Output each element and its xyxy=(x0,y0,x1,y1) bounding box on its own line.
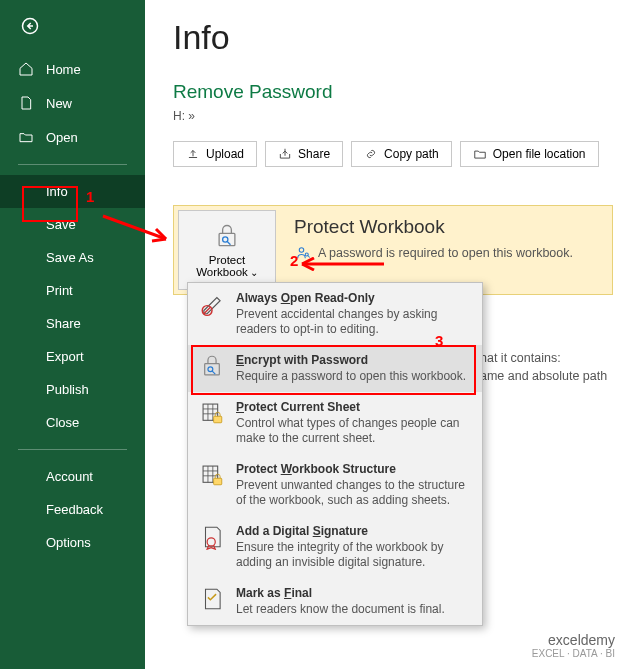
sidebar-item-options[interactable]: Options xyxy=(0,526,145,559)
sidebar-item-label: Save xyxy=(46,217,76,232)
sidebar-item-export[interactable]: Export xyxy=(0,340,145,373)
sidebar-item-new[interactable]: New xyxy=(0,86,145,120)
button-label: Share xyxy=(298,147,330,161)
sidebar-item-share[interactable]: Share xyxy=(0,307,145,340)
svg-rect-1 xyxy=(219,233,235,245)
page-title: Info xyxy=(173,18,627,57)
home-icon xyxy=(18,61,34,77)
sidebar-item-account[interactable]: Account xyxy=(0,460,145,493)
sidebar-item-label: Info xyxy=(46,184,68,199)
menu-desc: Prevent unwanted changes to the structur… xyxy=(236,478,472,508)
menu-title: Mark as Final xyxy=(236,586,445,600)
separator xyxy=(18,164,127,165)
sidebar-item-publish[interactable]: Publish xyxy=(0,373,145,406)
menu-title: Encrypt with Password xyxy=(236,353,466,367)
sidebar-item-label: New xyxy=(46,96,72,111)
sidebar-item-open[interactable]: Open xyxy=(0,120,145,154)
svg-rect-6 xyxy=(205,364,220,375)
annotation-arrow-icon xyxy=(98,211,178,251)
menu-desc: Control what types of changes people can… xyxy=(236,416,472,446)
sidebar-item-home[interactable]: Home xyxy=(0,52,145,86)
sidebar-item-print[interactable]: Print xyxy=(0,274,145,307)
sidebar-item-label: Publish xyxy=(46,382,89,397)
back-arrow-icon xyxy=(21,17,39,35)
lock-key-icon xyxy=(213,222,241,250)
open-location-button[interactable]: Open file location xyxy=(460,141,599,167)
sidebar-item-label: Open xyxy=(46,130,78,145)
button-label: Open file location xyxy=(493,147,586,161)
link-icon xyxy=(364,147,378,161)
annotation-arrow-icon xyxy=(296,257,386,271)
upload-button[interactable]: Upload xyxy=(173,141,257,167)
menu-title: Add a Digital Signature xyxy=(236,524,472,538)
final-icon xyxy=(198,586,226,614)
menu-item-protect-structure[interactable]: Protect Workbook StructurePrevent unwant… xyxy=(188,454,482,516)
sidebar-item-label: Save As xyxy=(46,250,94,265)
lock-key-icon xyxy=(198,353,226,381)
ribbon-icon xyxy=(198,524,226,552)
open-icon xyxy=(18,129,34,145)
svg-point-3 xyxy=(299,248,304,253)
sidebar-item-label: Account xyxy=(46,469,93,484)
sidebar-item-label: Export xyxy=(46,349,84,364)
toolbar-row: Upload Share Copy path Open file locatio… xyxy=(173,141,627,167)
svg-rect-9 xyxy=(214,416,222,423)
watermark: exceldemy EXCEL · DATA · BI xyxy=(532,632,615,659)
button-label: Upload xyxy=(206,147,244,161)
button-label: Copy path xyxy=(384,147,439,161)
protect-workbook-button[interactable]: Protect Workbook⌄ xyxy=(178,210,276,290)
menu-desc: Ensure the integrity of the workbook by … xyxy=(236,540,472,570)
copy-path-button[interactable]: Copy path xyxy=(351,141,452,167)
annotation-number: 1 xyxy=(86,188,94,205)
new-icon xyxy=(18,95,34,111)
button-label: Protect Workbook xyxy=(196,254,248,278)
menu-desc: Require a password to open this workbook… xyxy=(236,369,466,384)
menu-desc: Let readers know the document is final. xyxy=(236,602,445,617)
sidebar-item-close[interactable]: Close xyxy=(0,406,145,439)
sidebar-item-label: Share xyxy=(46,316,81,331)
sidebar-item-label: Print xyxy=(46,283,73,298)
menu-title: Protect Workbook Structure xyxy=(236,462,472,476)
menu-item-protect-sheet[interactable]: Protect Current SheetControl what types … xyxy=(188,392,482,454)
protect-heading: Protect Workbook xyxy=(294,216,573,238)
separator xyxy=(18,449,127,450)
folder-icon xyxy=(473,147,487,161)
svg-rect-11 xyxy=(214,478,222,485)
chevron-down-icon: ⌄ xyxy=(250,267,258,278)
sidebar-item-feedback[interactable]: Feedback xyxy=(0,493,145,526)
sidebar-item-info[interactable]: Info xyxy=(0,175,145,208)
menu-item-encrypt[interactable]: Encrypt with PasswordRequire a password … xyxy=(188,345,482,392)
menu-item-digital-signature[interactable]: Add a Digital SignatureEnsure the integr… xyxy=(188,516,482,578)
share-button[interactable]: Share xyxy=(265,141,343,167)
document-name: Remove Password xyxy=(173,81,627,103)
upload-icon xyxy=(186,147,200,161)
sidebar-item-label: Feedback xyxy=(46,502,103,517)
annotation-number: 3 xyxy=(435,332,443,349)
menu-title: Protect Current Sheet xyxy=(236,400,472,414)
background-text: hat it contains: ame and absolute path xyxy=(480,350,607,385)
menu-item-mark-final[interactable]: Mark as FinalLet readers know the docume… xyxy=(188,578,482,625)
workbook-lock-icon xyxy=(198,462,226,490)
sidebar-item-label: Close xyxy=(46,415,79,430)
protect-info: Protect Workbook A password is required … xyxy=(280,206,587,294)
sidebar: Home New Open Info Save Save As Print Sh… xyxy=(0,0,145,669)
sidebar-item-label: Options xyxy=(46,535,91,550)
sheet-lock-icon xyxy=(198,400,226,428)
sidebar-item-label: Home xyxy=(46,62,81,77)
share-icon xyxy=(278,147,292,161)
document-path: H: » xyxy=(173,109,627,123)
back-button[interactable] xyxy=(10,6,50,46)
svg-point-12 xyxy=(207,538,215,546)
pencil-no-icon xyxy=(198,291,226,319)
menu-title: Always Open Read-Only xyxy=(236,291,472,305)
